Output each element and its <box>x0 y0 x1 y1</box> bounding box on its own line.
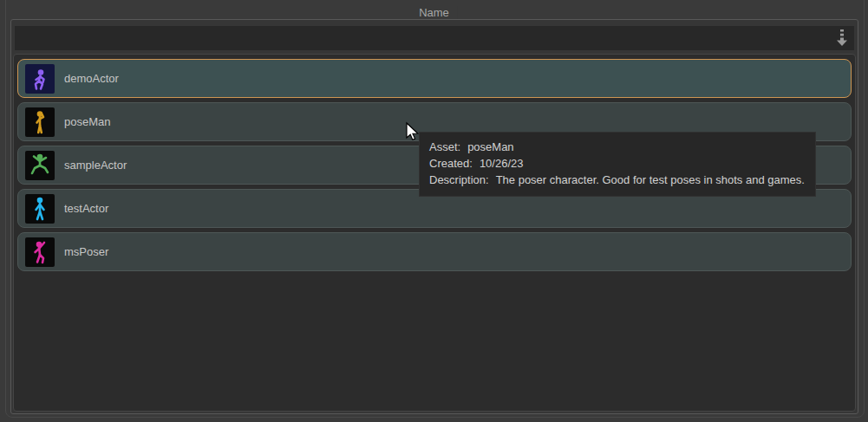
list-item-label: sampleActor <box>64 159 127 172</box>
actor-stand-thumbnail <box>25 194 55 224</box>
actor-pose-thumbnail <box>25 237 55 267</box>
actor-crouch-thumbnail <box>25 64 55 94</box>
tooltip-description-value: The poser character. Good for test poses… <box>496 173 805 186</box>
import-down-arrow-icon[interactable] <box>832 28 852 49</box>
tooltip-created-line: Created:10/26/23 <box>429 155 805 172</box>
name-groupbox: demoActor poseMan sampleActor testActor … <box>10 19 858 414</box>
list-item-demoActor[interactable]: demoActor <box>17 59 852 98</box>
tooltip-asset-line: Asset:poseMan <box>429 139 805 155</box>
filter-input[interactable] <box>15 26 854 50</box>
list-item-label: demoActor <box>64 72 119 85</box>
actor-list: demoActor poseMan sampleActor testActor … <box>13 54 856 412</box>
list-item-label: poseMan <box>64 115 110 128</box>
tooltip-created-label: Created: <box>429 157 473 170</box>
tooltip-asset-label: Asset: <box>429 140 460 153</box>
tooltip-created-value: 10/26/23 <box>480 157 524 170</box>
tooltip-description-line: Description:The poser character. Good fo… <box>429 172 805 188</box>
list-item-label: msPoser <box>64 245 108 258</box>
actor-jump-thumbnail <box>25 151 55 180</box>
list-item-msPoser[interactable]: msPoser <box>17 232 852 271</box>
list-item-label: testActor <box>64 202 108 215</box>
actor-salute-thumbnail <box>25 107 55 137</box>
tooltip-asset-value: poseMan <box>467 140 513 153</box>
asset-tooltip: Asset:poseMan Created:10/26/23 Descripti… <box>419 132 816 197</box>
groupbox-title: Name <box>410 6 458 19</box>
tooltip-description-label: Description: <box>429 173 489 186</box>
